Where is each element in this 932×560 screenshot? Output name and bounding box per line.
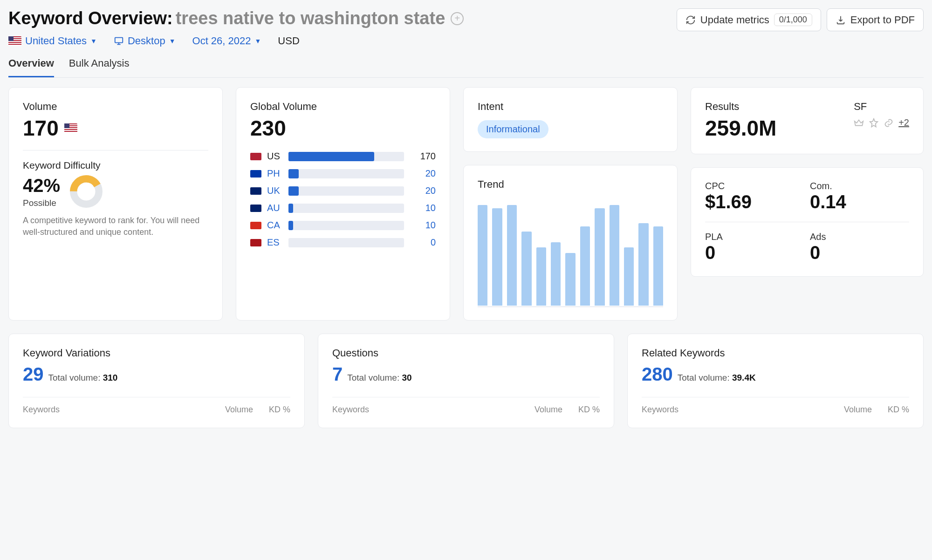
intent-badge: Informational: [478, 120, 548, 138]
chevron-down-icon: ▼: [90, 37, 97, 45]
volume-title: Volume: [23, 101, 208, 113]
page-title: Keyword Overview: trees native to washin…: [8, 8, 464, 28]
country-volume: 170: [410, 151, 436, 162]
variations-title: Keyword Variations: [23, 347, 290, 359]
flag-icon: [250, 187, 261, 195]
keyword-variations-card: Keyword Variations 29 Total volume: 310 …: [8, 334, 305, 428]
trend-card: Trend: [463, 165, 678, 321]
variations-count[interactable]: 29: [23, 364, 44, 385]
global-volume-row[interactable]: ES0: [250, 237, 436, 248]
country-code: CA: [267, 220, 283, 231]
serp-features-icons: +2: [854, 117, 909, 128]
star-icon: [869, 118, 879, 128]
add-keyword-icon[interactable]: +: [451, 12, 464, 25]
questions-count[interactable]: 7: [332, 364, 343, 385]
update-metrics-button[interactable]: Update metrics 0/1,000: [677, 8, 821, 31]
device-filter[interactable]: Desktop ▼: [114, 35, 176, 47]
chevron-down-icon: ▼: [255, 37, 261, 45]
svg-rect-0: [115, 38, 123, 43]
sf-title: SF: [854, 101, 909, 113]
global-volume-title: Global Volume: [250, 101, 436, 113]
title-prefix: Keyword Overview:: [8, 8, 173, 28]
date-filter[interactable]: Oct 26, 2022 ▼: [192, 35, 261, 47]
tab-overview[interactable]: Overview: [8, 53, 54, 77]
country-code: AU: [267, 203, 283, 213]
trend-bar: [551, 242, 561, 306]
country-code: UK: [267, 185, 283, 196]
com-label: Com.: [810, 181, 909, 191]
kd-label: Possible: [23, 198, 60, 208]
related-title: Related Keywords: [642, 347, 909, 359]
flag-icon: [250, 205, 261, 212]
global-volume-row[interactable]: US170: [250, 151, 436, 162]
flag-icon: [250, 222, 261, 229]
pla-label: PLA: [705, 232, 804, 242]
volume-bar: [288, 221, 404, 230]
trend-bar: [478, 205, 487, 306]
ads-value: 0: [810, 242, 909, 263]
kd-value: 42%: [23, 175, 60, 196]
country-code: ES: [267, 237, 283, 248]
global-volume-row[interactable]: PH20: [250, 168, 436, 179]
sf-extra[interactable]: +2: [898, 117, 909, 128]
update-counter: 0/1,000: [774, 14, 812, 26]
results-card: Results 259.0M SF +2: [691, 87, 924, 154]
variations-table-header: Keywords Volume KD %: [23, 397, 290, 415]
trend-bar: [610, 205, 619, 306]
country-volume: 0: [410, 237, 436, 248]
trend-bar: [507, 205, 517, 306]
export-pdf-button[interactable]: Export to PDF: [827, 8, 924, 31]
kd-description: A competitive keyword to rank for. You w…: [23, 215, 208, 238]
country-volume: 10: [410, 220, 436, 231]
trend-bar: [595, 208, 604, 306]
questions-table-header: Keywords Volume KD %: [332, 397, 600, 415]
volume-bar: [288, 186, 404, 196]
flag-icon: [250, 153, 261, 160]
questions-totvol: Total volume: 30: [347, 373, 411, 383]
trend-bar: [492, 208, 502, 306]
country-label: United States: [25, 35, 87, 47]
device-label: Desktop: [128, 35, 165, 47]
country-filter[interactable]: United States ▼: [8, 35, 97, 47]
tab-bulk-analysis[interactable]: Bulk Analysis: [69, 53, 130, 77]
trend-bar: [565, 253, 575, 306]
global-volume-total: 230: [250, 116, 436, 141]
trend-bar: [521, 232, 531, 306]
cpc-card: CPC $1.69 Com. 0.14 PLA 0 Ads 0: [691, 167, 924, 277]
export-icon: [836, 15, 846, 25]
related-count[interactable]: 280: [642, 364, 673, 385]
country-code: PH: [267, 168, 283, 179]
global-volume-row[interactable]: AU10: [250, 203, 436, 213]
volume-bar: [288, 152, 404, 161]
update-label: Update metrics: [700, 14, 769, 26]
flag-us-icon: [8, 36, 21, 46]
cpc-label: CPC: [705, 181, 804, 191]
cpc-value: $1.69: [705, 191, 804, 212]
ads-label: Ads: [810, 232, 909, 242]
results-title: Results: [705, 101, 776, 113]
com-value: 0.14: [810, 191, 909, 212]
global-volume-card: Global Volume 230 US170PH20UK20AU10CA10E…: [236, 87, 450, 321]
desktop-icon: [114, 36, 124, 46]
global-volume-row[interactable]: UK20: [250, 185, 436, 196]
trend-bar: [580, 226, 590, 306]
pla-value: 0: [705, 242, 804, 263]
country-code: US: [267, 151, 283, 162]
trend-bar: [638, 223, 648, 306]
kd-title: Keyword Difficulty: [23, 160, 208, 171]
date-label: Oct 26, 2022: [192, 35, 251, 47]
related-totvol: Total volume: 39.4K: [678, 373, 756, 383]
crown-icon: [854, 118, 864, 128]
related-table-header: Keywords Volume KD %: [642, 397, 909, 415]
export-label: Export to PDF: [850, 14, 915, 26]
title-keyword: trees native to washington state: [176, 8, 445, 28]
link-icon: [884, 118, 894, 128]
intent-title: Intent: [478, 101, 663, 113]
tabs: Overview Bulk Analysis: [8, 53, 924, 78]
intent-card: Intent Informational: [463, 87, 678, 152]
global-volume-row[interactable]: CA10: [250, 220, 436, 231]
variations-totvol: Total volume: 310: [48, 373, 118, 383]
chevron-down-icon: ▼: [169, 37, 176, 45]
country-volume: 20: [410, 185, 436, 196]
flag-icon: [250, 170, 261, 178]
